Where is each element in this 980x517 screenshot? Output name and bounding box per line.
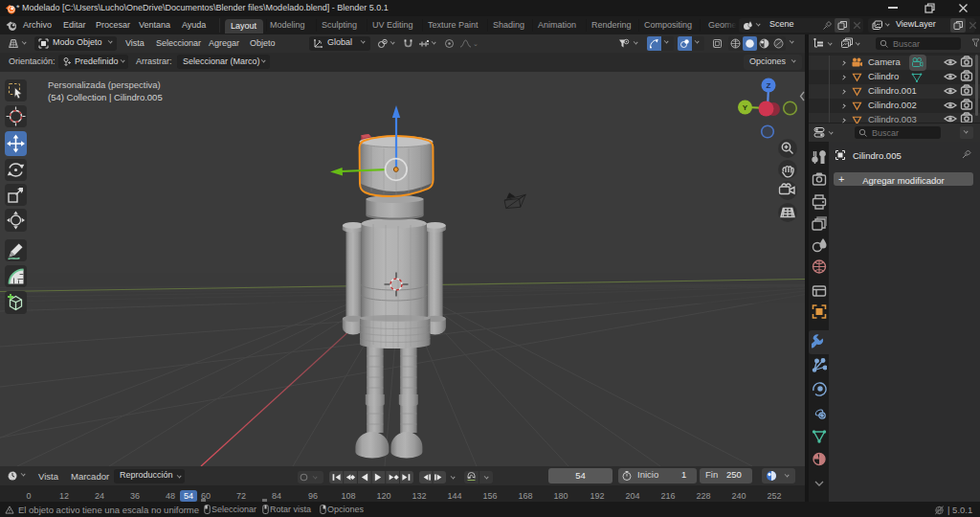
svg-text:Y: Y	[743, 103, 748, 112]
svg-text:Z: Z	[767, 81, 771, 90]
